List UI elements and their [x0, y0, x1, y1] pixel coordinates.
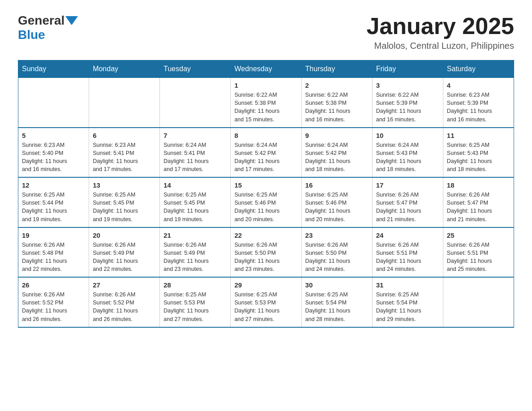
calendar-cell: 4Sunrise: 6:23 AMSunset: 5:39 PMDaylight… [443, 78, 514, 128]
day-info: Sunrise: 6:26 AMSunset: 5:47 PMDaylight:… [376, 191, 439, 223]
day-number: 23 [305, 231, 369, 239]
day-number: 15 [234, 181, 297, 189]
day-info: Sunrise: 6:23 AMSunset: 5:41 PMDaylight:… [93, 141, 156, 174]
day-info: Sunrise: 6:25 AMSunset: 5:53 PMDaylight:… [163, 291, 227, 323]
logo-blue-text: Blue [18, 28, 45, 42]
day-info: Sunrise: 6:26 AMSunset: 5:47 PMDaylight:… [447, 191, 510, 223]
calendar-cell: 3Sunrise: 6:22 AMSunset: 5:39 PMDaylight… [372, 78, 443, 128]
header-tuesday: Tuesday [160, 60, 231, 78]
day-number: 7 [163, 132, 227, 139]
week-row-4: 19Sunrise: 6:26 AMSunset: 5:48 PMDayligh… [18, 227, 514, 278]
calendar-cell: 19Sunrise: 6:26 AMSunset: 5:48 PMDayligh… [18, 227, 89, 278]
day-number: 8 [234, 132, 297, 139]
header-friday: Friday [372, 60, 443, 78]
header-sunday: Sunday [18, 60, 89, 78]
day-info: Sunrise: 6:25 AMSunset: 5:54 PMDaylight:… [376, 291, 439, 323]
logo-general-text: General [18, 13, 64, 28]
calendar-cell: 11Sunrise: 6:25 AMSunset: 5:43 PMDayligh… [443, 128, 514, 178]
week-row-5: 26Sunrise: 6:26 AMSunset: 5:52 PMDayligh… [18, 277, 514, 327]
calendar-cell: 17Sunrise: 6:26 AMSunset: 5:47 PMDayligh… [372, 177, 443, 227]
day-info: Sunrise: 6:25 AMSunset: 5:54 PMDaylight:… [305, 291, 369, 323]
week-row-1: 1Sunrise: 6:22 AMSunset: 5:38 PMDaylight… [18, 78, 514, 128]
day-number: 24 [376, 231, 439, 239]
title-block: January 2025 Malolos, Central Luzon, Phi… [366, 13, 514, 51]
calendar-cell: 31Sunrise: 6:25 AMSunset: 5:54 PMDayligh… [372, 277, 443, 327]
calendar-cell: 6Sunrise: 6:23 AMSunset: 5:41 PMDaylight… [89, 128, 160, 178]
day-info: Sunrise: 6:26 AMSunset: 5:50 PMDaylight:… [234, 241, 297, 274]
day-number: 18 [447, 181, 510, 189]
day-number: 16 [305, 181, 369, 189]
calendar-cell: 5Sunrise: 6:23 AMSunset: 5:40 PMDaylight… [18, 128, 89, 178]
header-thursday: Thursday [301, 60, 372, 78]
header-saturday: Saturday [443, 60, 514, 78]
calendar-cell: 9Sunrise: 6:24 AMSunset: 5:42 PMDaylight… [301, 128, 372, 178]
calendar-cell: 22Sunrise: 6:26 AMSunset: 5:50 PMDayligh… [231, 227, 301, 278]
day-info: Sunrise: 6:25 AMSunset: 5:44 PMDaylight:… [22, 191, 85, 223]
calendar-cell: 30Sunrise: 6:25 AMSunset: 5:54 PMDayligh… [301, 277, 372, 327]
day-info: Sunrise: 6:23 AMSunset: 5:40 PMDaylight:… [22, 141, 85, 174]
day-info: Sunrise: 6:25 AMSunset: 5:45 PMDaylight:… [93, 191, 156, 223]
day-info: Sunrise: 6:24 AMSunset: 5:42 PMDaylight:… [305, 141, 369, 174]
day-info: Sunrise: 6:25 AMSunset: 5:45 PMDaylight:… [163, 191, 227, 223]
day-number: 12 [22, 181, 85, 189]
day-info: Sunrise: 6:26 AMSunset: 5:50 PMDaylight:… [305, 241, 369, 274]
calendar-cell: 14Sunrise: 6:25 AMSunset: 5:45 PMDayligh… [160, 177, 231, 227]
day-number: 20 [93, 231, 156, 239]
day-info: Sunrise: 6:22 AMSunset: 5:38 PMDaylight:… [305, 91, 369, 124]
page-header: General Blue January 2025 Malolos, Centr… [18, 13, 514, 51]
day-info: Sunrise: 6:24 AMSunset: 5:43 PMDaylight:… [376, 141, 439, 174]
calendar-cell [443, 277, 514, 327]
day-number: 27 [93, 281, 156, 289]
day-info: Sunrise: 6:22 AMSunset: 5:39 PMDaylight:… [376, 91, 439, 124]
day-number: 4 [447, 81, 510, 89]
day-number: 22 [234, 231, 297, 239]
header-wednesday: Wednesday [231, 60, 301, 78]
day-info: Sunrise: 6:26 AMSunset: 5:49 PMDaylight:… [163, 241, 227, 274]
day-info: Sunrise: 6:24 AMSunset: 5:41 PMDaylight:… [163, 141, 227, 174]
calendar-cell: 25Sunrise: 6:26 AMSunset: 5:51 PMDayligh… [443, 227, 514, 278]
calendar-cell [18, 78, 89, 128]
header-monday: Monday [89, 60, 160, 78]
day-info: Sunrise: 6:26 AMSunset: 5:51 PMDaylight:… [376, 241, 439, 274]
day-info: Sunrise: 6:24 AMSunset: 5:42 PMDaylight:… [234, 141, 297, 174]
calendar-cell: 12Sunrise: 6:25 AMSunset: 5:44 PMDayligh… [18, 177, 89, 227]
calendar-cell: 2Sunrise: 6:22 AMSunset: 5:38 PMDaylight… [301, 78, 372, 128]
calendar-title: January 2025 [366, 13, 514, 39]
day-info: Sunrise: 6:25 AMSunset: 5:46 PMDaylight:… [234, 191, 297, 223]
day-number: 2 [305, 81, 369, 89]
day-number: 21 [163, 231, 227, 239]
day-number: 14 [163, 181, 227, 189]
day-number: 3 [376, 81, 439, 89]
day-number: 31 [376, 281, 439, 289]
day-info: Sunrise: 6:22 AMSunset: 5:38 PMDaylight:… [234, 91, 297, 124]
calendar-cell: 16Sunrise: 6:25 AMSunset: 5:46 PMDayligh… [301, 177, 372, 227]
day-number: 5 [22, 132, 85, 139]
calendar-cell: 8Sunrise: 6:24 AMSunset: 5:42 PMDaylight… [231, 128, 301, 178]
day-number: 6 [93, 132, 156, 139]
calendar-cell: 1Sunrise: 6:22 AMSunset: 5:38 PMDaylight… [231, 78, 301, 128]
calendar-cell: 20Sunrise: 6:26 AMSunset: 5:49 PMDayligh… [89, 227, 160, 278]
day-number: 25 [447, 231, 510, 239]
week-row-3: 12Sunrise: 6:25 AMSunset: 5:44 PMDayligh… [18, 177, 514, 227]
day-number: 17 [376, 181, 439, 189]
calendar-cell: 28Sunrise: 6:25 AMSunset: 5:53 PMDayligh… [160, 277, 231, 327]
calendar-cell: 26Sunrise: 6:26 AMSunset: 5:52 PMDayligh… [18, 277, 89, 327]
day-number: 9 [305, 132, 369, 139]
day-number: 29 [234, 281, 297, 289]
calendar-cell: 27Sunrise: 6:26 AMSunset: 5:52 PMDayligh… [89, 277, 160, 327]
day-number: 13 [93, 181, 156, 189]
calendar-cell: 18Sunrise: 6:26 AMSunset: 5:47 PMDayligh… [443, 177, 514, 227]
day-info: Sunrise: 6:26 AMSunset: 5:48 PMDaylight:… [22, 241, 85, 274]
logo-triangle-icon [65, 16, 78, 25]
calendar-cell: 29Sunrise: 6:25 AMSunset: 5:53 PMDayligh… [231, 277, 301, 327]
calendar-header-row: SundayMondayTuesdayWednesdayThursdayFrid… [18, 60, 514, 78]
calendar-cell: 21Sunrise: 6:26 AMSunset: 5:49 PMDayligh… [160, 227, 231, 278]
calendar-cell: 23Sunrise: 6:26 AMSunset: 5:50 PMDayligh… [301, 227, 372, 278]
day-number: 1 [234, 81, 297, 89]
day-info: Sunrise: 6:26 AMSunset: 5:51 PMDaylight:… [447, 241, 510, 274]
day-info: Sunrise: 6:25 AMSunset: 5:53 PMDaylight:… [234, 291, 297, 323]
week-row-2: 5Sunrise: 6:23 AMSunset: 5:40 PMDaylight… [18, 128, 514, 178]
calendar-cell [160, 78, 231, 128]
day-info: Sunrise: 6:25 AMSunset: 5:46 PMDaylight:… [305, 191, 369, 223]
calendar-cell [89, 78, 160, 128]
